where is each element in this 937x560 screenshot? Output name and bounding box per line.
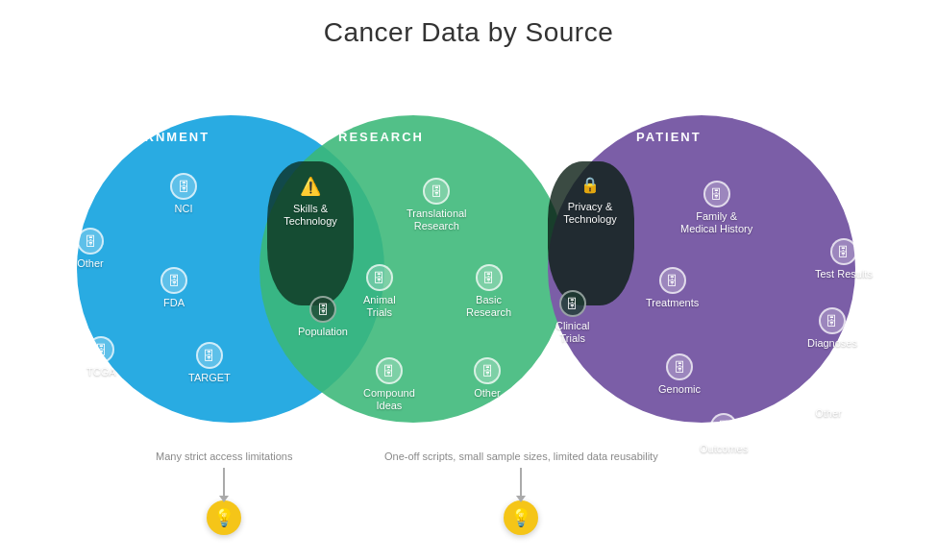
database-icon: 🗄 [366,264,393,291]
patient-item-other: 🗄 Other [815,377,842,420]
research-item-compound-ideas: 🗄 CompoundIdeas [363,357,415,412]
gov-item-other: 🗄 Other [77,228,104,270]
arrow-down-icon [223,468,225,497]
database-icon: 🗄 [196,342,223,369]
privacy-technology-item: 🔒 Privacy &Technology [546,171,634,226]
annotation-one-off: One-off scripts, small sample sizes, lim… [384,450,658,535]
patient-item-treatments: 🗄 Treatments [646,267,699,309]
database-icon: 🗄 [559,290,586,317]
database-icon: 🗄 [423,178,450,205]
lock-icon: 🔒 [577,171,604,198]
database-icon: 🗄 [309,296,336,323]
patient-item-family-history: 🗄 Family &Medical History [680,181,752,235]
annotation-access-limits: Many strict access limitations 💡 [156,450,292,535]
database-icon: 🗄 [703,181,730,207]
database-icon: 🗄 [476,264,503,291]
page-title: Cancer Data by Source [0,0,937,48]
database-icon: 🗄 [77,228,104,255]
database-icon: 🗄 [819,307,846,334]
database-icon: 🗄 [659,267,686,294]
diagram-area: GOVERNMENT RESEARCH PATIENT 🗄 NCI 🗄 Othe… [0,58,937,548]
gov-item-target: 🗄 TARGET [188,342,231,384]
skills-technology-item: ⚠️ Skills &Technology [267,173,354,228]
gov-item-tcga: 🗄 TCGA [86,336,116,378]
clinical-trials-item: 🗄 ClinicalTrials [555,290,589,345]
database-icon: 🗄 [815,377,842,404]
bulb-icon-2: 💡 [504,500,538,535]
research-label: RESEARCH [338,130,424,144]
arrow-down-icon [520,468,522,497]
database-icon: 🗄 [160,267,187,294]
bulb-icon: 💡 [207,500,241,535]
warning-icon: ⚠️ [297,173,324,200]
database-icon: 🗄 [666,353,693,380]
research-item-basic-research: 🗄 BasicResearch [466,264,511,319]
database-icon: 🗄 [170,173,197,200]
patient-item-genomic: 🗄 Genomic [658,353,701,396]
database-icon: 🗄 [830,238,857,265]
database-icon: 🗄 [87,336,114,363]
patient-item-diagnoses: 🗄 Diagnoses [807,307,857,350]
database-icon: 🗄 [474,357,501,384]
gov-label: GOVERNMENT [101,130,210,144]
research-item-animal-trials: 🗄 AnimalTrials [363,264,396,319]
research-item-translational: 🗄 TranslationalResearch [407,178,467,232]
database-icon: 🗄 [376,357,403,384]
patient-label: PATIENT [636,130,702,144]
research-item-other: 🗄 Other [474,357,501,400]
gov-item-fda: 🗄 FDA [160,267,187,309]
population-item: 🗄 Population [298,296,348,338]
database-icon: 🗄 [710,413,737,440]
gov-item-nci: 🗄 NCI [170,173,197,215]
patient-item-test-results: 🗄 Test Results [815,238,873,280]
patient-item-outcomes: 🗄 Outcomes [700,413,748,455]
